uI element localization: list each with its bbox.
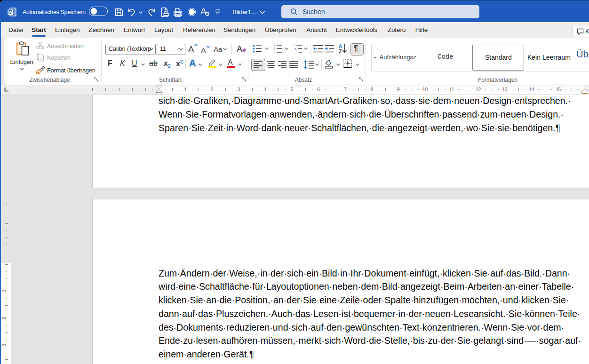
svg-text:Z: Z: [339, 48, 342, 54]
svg-text:W: W: [8, 10, 13, 15]
svg-text:A: A: [237, 44, 242, 54]
svg-text:1: 1: [293, 43, 295, 47]
svg-text:3: 3: [273, 50, 275, 54]
svg-text:2: 2: [273, 47, 275, 50]
svg-text:A: A: [339, 43, 342, 49]
svg-text:1: 1: [273, 43, 275, 47]
svg-text:A: A: [201, 46, 206, 54]
svg-text:A: A: [188, 44, 194, 54]
svg-text:i: i: [296, 50, 297, 54]
svg-text:a: a: [294, 47, 296, 50]
